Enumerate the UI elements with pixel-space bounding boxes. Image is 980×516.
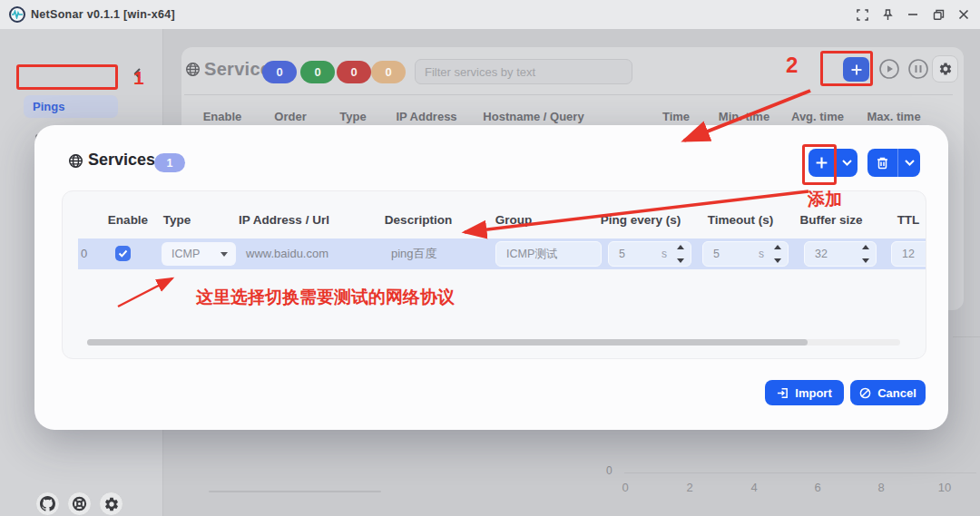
caret-down-icon [220,252,228,257]
status-badge-total: 0 [262,61,297,83]
github-icon [40,496,55,511]
column-header: Enable [203,110,242,123]
chart-x-tick: 0 [622,481,628,494]
column-header: Timeout (s) [708,213,774,227]
settings-button[interactable] [932,55,958,83]
minimize-icon[interactable] [900,0,926,29]
chart-x-tick: 8 [877,481,884,494]
horizontal-scrollbar[interactable] [87,339,900,346]
fullscreen-icon[interactable] [849,0,875,29]
add-row-dropdown-button[interactable] [835,149,858,177]
ip-address-cell: www.baidu.com [246,239,328,269]
column-header: Type [163,213,191,227]
chevron-down-icon [842,160,852,166]
dialog-title: Services [88,151,155,170]
column-header: Min. time [719,110,769,123]
column-header: Type [339,110,366,123]
import-button[interactable]: Import [765,380,844,405]
app-logo-icon [9,6,25,23]
type-select[interactable]: ICMP [162,242,236,266]
chart-gridline [624,472,976,473]
sidebar-item-label: Pings [33,100,64,113]
column-header: TTL [897,213,920,227]
column-header: IP Address [396,110,456,123]
row-index: 0 [81,239,87,269]
background-line [209,491,381,492]
status-badge-down: 0 [337,61,371,83]
title-bar: NetSonar v0.1.1 [win-x64] [0,0,980,29]
column-header: Description [385,213,452,227]
cancel-icon [859,387,871,399]
delete-rows-dropdown-button[interactable] [897,149,920,177]
delete-rows-button[interactable] [867,149,897,177]
chevron-down-icon [905,160,915,166]
chart-x-tick: 2 [686,481,692,494]
github-button[interactable] [35,492,60,516]
column-header: IP Address / Url [239,213,329,227]
group-input[interactable]: ICMP测试 [495,241,602,267]
collapse-sidebar-icon[interactable] [132,67,147,82]
column-header: Group [495,213,533,227]
lifebuoy-icon [72,496,87,511]
timeout-input[interactable]: 5 s [702,241,789,267]
globe-icon [185,62,201,81]
description-cell: ping百度 [391,239,437,269]
stepper[interactable] [860,245,871,263]
column-header: Buffer size [799,213,862,227]
buffer-size-input[interactable]: 32 [804,241,877,267]
globe-icon [68,153,83,172]
plus-icon [815,156,828,170]
divider [184,94,953,95]
filter-services-input[interactable] [415,59,632,84]
column-header: Max. time [867,110,920,123]
services-table: Enable Type IP Address / Url Description… [62,190,926,359]
chart-x-tick: 10 [938,481,951,494]
add-row-button[interactable] [808,149,835,177]
column-header: Time [662,110,690,123]
app-window: NetSonar v0.1.1 [win-x64] [0,0,980,516]
sidebar-item-pings[interactable]: Pings [24,95,118,118]
column-header: Ping every (s) [601,213,681,227]
gear-icon [103,496,120,512]
chart-y-tick: 0 [606,464,612,477]
import-icon [777,387,789,399]
stepper[interactable] [772,245,783,263]
app-title: NetSonar v0.1.1 [win-x64] [31,8,175,21]
ttl-input[interactable]: 12 [891,241,926,267]
chart-x-tick: 4 [750,481,757,494]
count-badge: 1 [154,153,185,172]
lifebuoy-button[interactable] [67,492,92,516]
status-badge-up: 0 [300,61,335,83]
add-service-button[interactable] [843,57,869,82]
services-dialog: Services 1 Enable Type IP Address / Url … [34,125,948,430]
column-header: Enable [108,213,148,227]
trash-icon [877,157,888,170]
scrollbar-thumb[interactable] [87,339,808,346]
column-header: Hostname / Query [483,110,583,123]
maximize-icon[interactable] [926,0,951,29]
pin-icon[interactable] [875,0,900,29]
stepper[interactable] [675,245,686,263]
cancel-button[interactable]: Cancel [850,380,926,405]
window-controls [849,0,976,29]
column-header: Avg. time [791,110,844,123]
ping-every-input[interactable]: 5 s [608,241,691,267]
settings-round-button[interactable] [99,492,123,516]
check-icon [118,249,128,258]
play-button[interactable] [878,58,900,80]
background-line [953,336,980,337]
enable-checkbox[interactable] [115,246,131,261]
close-icon[interactable] [951,0,976,29]
column-header: Order [274,110,306,123]
chart-x-tick: 6 [814,481,820,494]
pause-button[interactable] [907,58,929,80]
status-badge-pending: 0 [371,61,406,83]
